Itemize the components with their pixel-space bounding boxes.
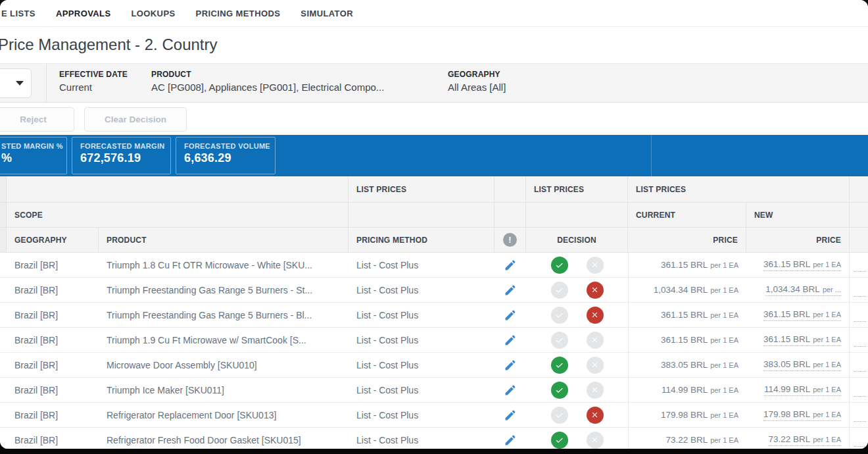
reject-icon[interactable] bbox=[587, 332, 604, 349]
table-body: Brazil [BR] Triumph 1.8 Cu Ft OTR Microw… bbox=[0, 253, 868, 449]
approve-icon[interactable] bbox=[551, 332, 568, 349]
geography-cell: Brazil [BR] bbox=[7, 378, 99, 402]
edit-cell bbox=[494, 278, 526, 302]
filter-effective-date[interactable]: EFFECTIVE DATE Current bbox=[59, 70, 151, 93]
reject-button[interactable]: Reject bbox=[0, 107, 74, 132]
stat-value: 672,576.19 bbox=[80, 151, 162, 165]
edit-pencil-icon[interactable] bbox=[504, 334, 517, 347]
product-cell: Triumph Ice Maker [SKU011] bbox=[99, 378, 349, 402]
top-nav: E LISTS APPROVALS LOOKUPS PRICING METHOD… bbox=[0, 0, 868, 27]
forecast-stats-bar: STED MARGIN % % FORECASTED MARGIN 672,57… bbox=[0, 135, 868, 176]
truncated-editable-cell[interactable] bbox=[854, 371, 866, 372]
approve-icon[interactable] bbox=[551, 407, 568, 424]
approve-icon[interactable] bbox=[551, 432, 568, 449]
truncated-editable-cell[interactable] bbox=[854, 271, 866, 272]
edit-pencil-icon[interactable] bbox=[504, 359, 517, 372]
table-row: Brazil [BR] Triumph 1.9 Cu Ft Microwave … bbox=[0, 328, 868, 353]
truncated-editable-cell[interactable] bbox=[854, 396, 866, 397]
current-price-cell: 1,034.34 BRLper 1 EA bbox=[628, 278, 746, 302]
edit-pencil-icon[interactable] bbox=[504, 284, 517, 297]
filter-divider bbox=[46, 64, 47, 102]
row-gutter bbox=[0, 428, 7, 449]
table-row: Brazil [BR] Microwave Door Assembly [SKU… bbox=[0, 353, 868, 378]
nav-item-simulator[interactable]: SIMULATOR bbox=[301, 9, 353, 18]
table-row: Brazil [BR] Triumph Freestanding Gas Ran… bbox=[0, 278, 868, 303]
column-header-decision[interactable]: DECISION bbox=[526, 228, 628, 253]
new-price-cell[interactable]: 361.15 BRLper 1 EA bbox=[746, 253, 850, 277]
stat-value: 6,636.29 bbox=[184, 151, 267, 165]
table-row: Brazil [BR] Refrigerator Replacement Doo… bbox=[0, 403, 868, 428]
stat-label: FORECASTED VOLUME bbox=[184, 142, 267, 150]
row-gutter bbox=[0, 378, 7, 402]
table-row: Brazil [BR] Refrigerator Fresh Food Door… bbox=[0, 428, 868, 449]
new-price-cell[interactable]: 361.15 BRLper 1 EA bbox=[746, 303, 850, 327]
group-header-list-prices: LIST PRICES bbox=[526, 176, 628, 203]
reject-icon[interactable] bbox=[587, 382, 604, 399]
row-gutter bbox=[0, 353, 7, 377]
edit-pencil-icon[interactable] bbox=[504, 434, 517, 447]
nav-item-price-lists[interactable]: E LISTS bbox=[1, 9, 36, 18]
approve-icon[interactable] bbox=[551, 307, 568, 324]
new-price-cell[interactable]: 179.98 BRLper 1 EA bbox=[746, 403, 850, 427]
edit-pencil-icon[interactable] bbox=[504, 259, 517, 272]
row-gutter bbox=[0, 303, 7, 327]
scenario-dropdown-button[interactable] bbox=[0, 68, 32, 98]
truncated-editable-cell[interactable] bbox=[854, 346, 866, 347]
filter-label: EFFECTIVE DATE bbox=[59, 70, 151, 79]
product-cell: Microwave Door Assembly [SKU010] bbox=[99, 353, 349, 377]
edit-pencil-icon[interactable] bbox=[504, 409, 517, 422]
new-price-cell[interactable]: 361.15 BRLper 1 EA bbox=[746, 328, 850, 352]
product-cell: Refrigerator Fresh Food Door Gasket [SKU… bbox=[99, 428, 349, 449]
reject-icon[interactable] bbox=[587, 357, 604, 374]
truncated-editable-cell[interactable] bbox=[854, 421, 866, 422]
title-bar: Price Management - 2. Country bbox=[0, 27, 868, 63]
clear-decision-button[interactable]: Clear Decision bbox=[84, 107, 187, 132]
column-header-price-current[interactable]: PRICE bbox=[628, 228, 746, 253]
filter-bar: EFFECTIVE DATE Current PRODUCT AC [PG008… bbox=[0, 63, 868, 103]
new-price-cell[interactable]: 383.05 BRLper 1 EA bbox=[746, 353, 850, 377]
filter-geography[interactable]: GEOGRAPHY All Areas [All] bbox=[448, 70, 506, 93]
nav-item-approvals[interactable]: APPROVALS bbox=[56, 9, 111, 18]
filter-label: GEOGRAPHY bbox=[448, 70, 506, 79]
current-price-cell: 361.15 BRLper 1 EA bbox=[628, 328, 746, 352]
column-header-pricing-method[interactable]: PRICING METHOD bbox=[349, 228, 494, 253]
filter-product[interactable]: PRODUCT AC [PG008], Appliances [PG001], … bbox=[151, 70, 448, 93]
column-header-geography[interactable]: GEOGRAPHY bbox=[7, 228, 99, 253]
filter-value: Current bbox=[59, 82, 151, 93]
truncated-editable-cell[interactable] bbox=[854, 446, 866, 447]
reject-icon[interactable] bbox=[587, 407, 604, 424]
truncated-editable-cell[interactable] bbox=[854, 321, 866, 322]
approve-icon[interactable] bbox=[551, 357, 568, 374]
new-price-cell[interactable]: 1,034.34 BRLper ... bbox=[746, 278, 850, 302]
decision-cell bbox=[526, 328, 628, 352]
approve-icon[interactable] bbox=[551, 257, 568, 274]
nav-item-lookups[interactable]: LOOKUPS bbox=[131, 9, 175, 18]
new-price-cell[interactable]: 114.99 BRLper 1 EA bbox=[746, 378, 850, 402]
stat-forecasted-margin-pct: STED MARGIN % % bbox=[0, 137, 67, 174]
action-bar: Reject Clear Decision bbox=[0, 103, 868, 135]
geography-cell: Brazil [BR] bbox=[7, 353, 99, 377]
reject-icon[interactable] bbox=[587, 307, 604, 324]
current-price-cell: 73.22 BRLper 1 EA bbox=[628, 428, 746, 449]
decision-cell bbox=[526, 428, 628, 449]
filter-label: PRODUCT bbox=[151, 70, 448, 79]
reject-icon[interactable] bbox=[587, 432, 604, 449]
approve-icon[interactable] bbox=[551, 282, 568, 299]
stat-value: % bbox=[1, 151, 59, 165]
truncated-editable-cell[interactable] bbox=[854, 296, 866, 297]
pricing-method-cell: List - Cost Plus bbox=[349, 403, 494, 427]
approve-icon[interactable] bbox=[551, 382, 568, 399]
reject-icon[interactable] bbox=[587, 282, 604, 299]
edit-cell bbox=[494, 378, 526, 402]
edit-pencil-icon[interactable] bbox=[504, 309, 517, 322]
new-price-cell[interactable]: 73.22 BRLper 1 EA bbox=[746, 428, 850, 449]
column-header-product[interactable]: PRODUCT bbox=[99, 228, 349, 253]
edit-pencil-icon[interactable] bbox=[504, 384, 517, 397]
geography-cell: Brazil [BR] bbox=[7, 403, 99, 427]
pricing-method-cell: List - Cost Plus bbox=[349, 353, 494, 377]
pricing-method-cell: List - Cost Plus bbox=[349, 378, 494, 402]
nav-item-pricing-methods[interactable]: PRICING METHODS bbox=[196, 9, 281, 18]
pricing-method-cell: List - Cost Plus bbox=[349, 253, 494, 277]
reject-icon[interactable] bbox=[587, 257, 604, 274]
column-header-price-new[interactable]: PRICE bbox=[746, 228, 850, 253]
